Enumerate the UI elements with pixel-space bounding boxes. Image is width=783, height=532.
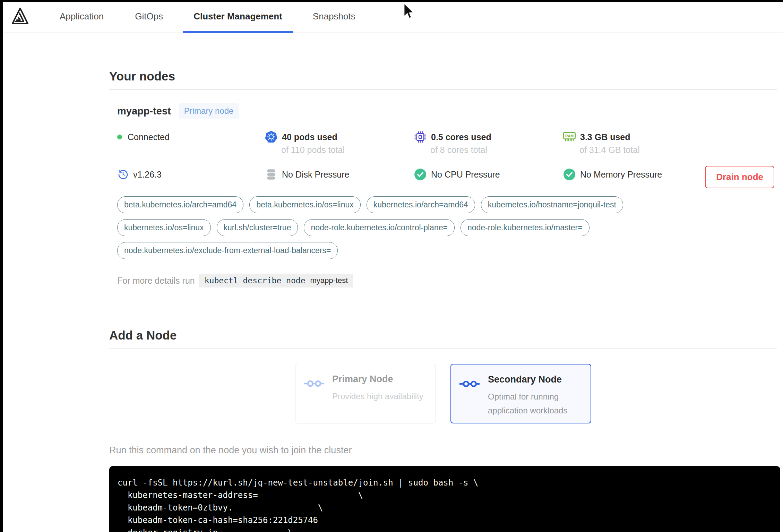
tab-gitops[interactable]: GitOps xyxy=(124,0,173,33)
cores-used-value: 0.5 cores used xyxy=(431,132,491,142)
cores-stat: 0.5 cores used xyxy=(414,129,563,145)
spacer xyxy=(117,145,265,159)
secondary-node-option[interactable]: Secondary Node Optimal for running appli… xyxy=(450,364,591,423)
node-card: myapp-test Primary node Connected xyxy=(109,103,783,288)
svg-text:RAM: RAM xyxy=(565,134,574,138)
join-command-text: curl -fsSL https://kurl.sh/jq-new-test-u… xyxy=(118,477,772,532)
pods-total: of 110 pods total xyxy=(265,145,414,159)
node-version-label: v1.26.3 xyxy=(133,170,162,180)
window-edge-left xyxy=(0,0,3,532)
primary-node-badge: Primary node xyxy=(179,103,239,119)
secondary-node-option-title: Secondary Node xyxy=(488,374,582,385)
replicated-logo-icon xyxy=(10,6,30,27)
node-label-chip: node-role.kubernetes.io/master= xyxy=(461,219,590,236)
details-prefix: For more details run xyxy=(117,276,195,286)
kubernetes-icon xyxy=(265,130,278,144)
top-navbar: Application GitOps Cluster Management Sn… xyxy=(0,0,783,33)
node-label-chip: node.kubernetes.io/exclude-from-external… xyxy=(117,242,338,259)
tab-cluster-management[interactable]: Cluster Management xyxy=(183,0,293,33)
disk-pressure-label: No Disk Pressure xyxy=(282,170,350,180)
node-label-chip: beta.kubernetes.io/arch=amd64 xyxy=(117,196,243,213)
cpu-pressure-label: No CPU Pressure xyxy=(431,170,500,180)
nav-tabs: Application GitOps Cluster Management Sn… xyxy=(49,0,366,33)
disk-icon xyxy=(265,168,278,181)
tab-snapshots[interactable]: Snapshots xyxy=(302,0,366,33)
node-label-chip: beta.kubernetes.io/os=linux xyxy=(249,196,361,213)
ram-icon: RAM xyxy=(563,130,576,144)
cpu-icon xyxy=(414,130,427,144)
node-name: myapp-test xyxy=(117,105,171,117)
join-instruction: Run this command on the node you wish to… xyxy=(109,445,783,456)
join-command-terminal: curl -fsSL https://kurl.sh/jq-new-test-u… xyxy=(109,466,780,532)
primary-node-option[interactable]: Primary Node Provides high availability xyxy=(295,364,436,423)
node-link-icon xyxy=(304,374,326,413)
memory-pressure-condition: No Memory Pressure xyxy=(563,166,726,182)
your-nodes-title: Your nodes xyxy=(109,33,783,83)
node-label-chip: kubernetes.io/arch=amd64 xyxy=(367,196,475,213)
kubectl-command-chip: kubectl describe node myapp-test xyxy=(199,274,354,288)
check-circle-icon xyxy=(563,168,576,181)
kubectl-node-name: myapp-test xyxy=(310,276,348,285)
cpu-pressure-condition: No CPU Pressure xyxy=(414,166,563,182)
node-labels: beta.kubernetes.io/arch=amd64 beta.kuber… xyxy=(117,196,707,259)
node-label-chip: node-role.kubernetes.io/control-plane= xyxy=(304,219,454,236)
memory-total: of 31.4 GB total xyxy=(563,145,726,159)
secondary-node-option-desc: Optimal for running application workload… xyxy=(488,390,582,418)
primary-node-option-desc: Provides high availability xyxy=(332,389,423,403)
node-stats-grid: Connected xyxy=(117,129,783,182)
tab-application[interactable]: Application xyxy=(49,0,114,33)
section-divider xyxy=(109,89,777,90)
version-history-icon xyxy=(117,168,129,181)
main-content: Your nodes myapp-test Primary node Conne… xyxy=(0,33,783,532)
add-node-title: Add a Node xyxy=(109,328,783,342)
node-header: myapp-test Primary node xyxy=(117,103,783,119)
node-label-chip: kubernetes.io/hostname=jonquil-test xyxy=(481,196,623,213)
check-circle-icon xyxy=(414,168,427,181)
disk-pressure-condition: No Disk Pressure xyxy=(265,166,414,182)
node-status-label: Connected xyxy=(128,132,170,142)
node-type-options: Primary Node Provides high availability … xyxy=(109,364,777,423)
primary-node-option-title: Primary Node xyxy=(332,374,423,385)
memory-pressure-label: No Memory Pressure xyxy=(580,170,662,180)
memory-used-value: 3.3 GB used xyxy=(580,132,630,142)
details-hint: For more details run kubectl describe no… xyxy=(117,274,783,288)
kubectl-command: kubectl describe node xyxy=(205,276,306,285)
section-divider xyxy=(109,349,777,349)
node-label-chip: kurl.sh/cluster=true xyxy=(217,219,298,236)
connected-dot-icon xyxy=(117,135,122,139)
pods-stat: 40 pods used xyxy=(265,129,414,145)
cores-total: of 8 cores total xyxy=(414,145,563,159)
node-version: v1.26.3 xyxy=(117,166,265,182)
node-label-chip: kubernetes.io/os=linux xyxy=(117,219,211,236)
drain-node-button[interactable]: Drain node xyxy=(705,166,774,188)
window-edge-top xyxy=(0,0,783,2)
node-status: Connected xyxy=(117,129,265,145)
pods-used-value: 40 pods used xyxy=(282,132,337,142)
cluster-management-page: Application GitOps Cluster Management Sn… xyxy=(0,0,783,532)
node-link-icon xyxy=(459,374,482,413)
memory-stat: RAM 3.3 GB used xyxy=(563,129,726,145)
